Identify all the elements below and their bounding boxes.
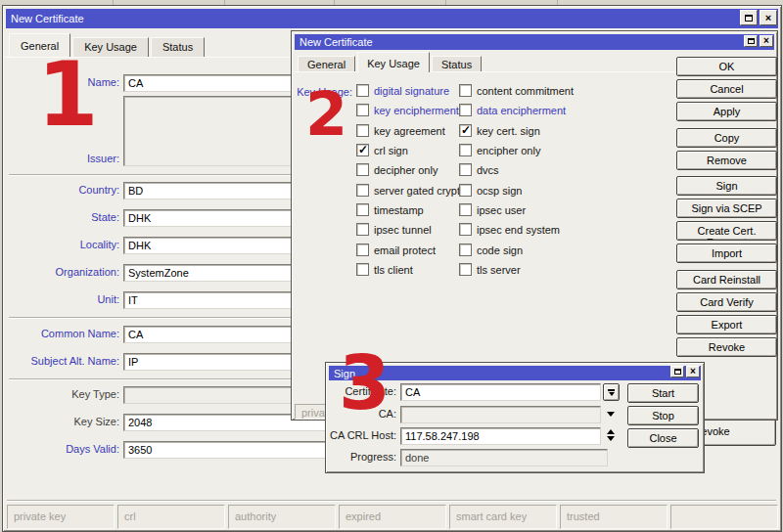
- remove-button[interactable]: Remove: [676, 151, 777, 170]
- import-button[interactable]: Import: [676, 244, 777, 263]
- checkbox-content-commitment[interactable]: [459, 84, 472, 97]
- unit-label: Unit:: [7, 293, 119, 305]
- status-smart-card-key: smart card key: [449, 505, 557, 529]
- tab-key-usage[interactable]: Key Usage: [357, 52, 430, 72]
- checkbox-timestamp[interactable]: [356, 203, 369, 216]
- close-action-button[interactable]: Close: [627, 428, 699, 448]
- checkbox-label: ipsec user: [477, 204, 526, 216]
- tab-general[interactable]: General: [298, 56, 355, 72]
- checkbox-ipsec-tunnel[interactable]: [356, 223, 369, 236]
- ca-crl-host-field[interactable]: 117.58.247.198: [400, 427, 601, 445]
- checkbox-server-gated-crypto[interactable]: [356, 184, 369, 197]
- tab-status[interactable]: Status: [151, 37, 205, 57]
- checkbox-label: email protect: [374, 244, 436, 256]
- checkbox-label: tls server: [477, 264, 521, 276]
- state-label: State:: [7, 211, 119, 223]
- checkbox-label: key encipherment: [374, 105, 459, 116]
- checkbox-key-cert-sign[interactable]: [459, 124, 472, 137]
- tab-bar: General Key Usage Status: [298, 52, 484, 72]
- progress-label: Progress:: [326, 451, 396, 463]
- common-name-label: Common Name:: [7, 328, 119, 339]
- maximize-icon: [748, 38, 755, 44]
- annotation-step-2: 2: [305, 84, 347, 145]
- checkbox-dvcs[interactable]: [459, 163, 472, 176]
- close-button[interactable]: ×: [760, 35, 773, 47]
- cancel-button[interactable]: Cancel: [676, 79, 777, 99]
- checkbox-code-sign[interactable]: [459, 244, 472, 256]
- checkbox-decipher-only[interactable]: [356, 163, 369, 176]
- ok-button[interactable]: OK: [676, 57, 777, 76]
- certificate-field[interactable]: CA: [400, 383, 601, 401]
- close-button[interactable]: ×: [686, 366, 700, 377]
- annotation-step-1: 1: [37, 51, 99, 139]
- checkbox-ipsec-end-system[interactable]: [459, 223, 472, 236]
- certificate-dropdown-button[interactable]: [603, 383, 620, 401]
- card-reinstall-button[interactable]: Card Reinstall: [676, 270, 777, 289]
- dropdown-icon[interactable]: [607, 412, 615, 417]
- checkbox-key-encipherment[interactable]: [356, 104, 369, 116]
- dropdown-load-icon: [608, 389, 615, 391]
- card-verify-button[interactable]: Card Verify: [676, 292, 777, 312]
- export-button[interactable]: Export: [676, 315, 777, 334]
- checkbox-label: server gated crypto: [374, 185, 466, 197]
- checkbox-label: ipsec tunnel: [374, 224, 432, 236]
- maximize-button[interactable]: [740, 10, 758, 25]
- checkbox-ipsec-user[interactable]: [459, 203, 472, 216]
- close-icon: ×: [763, 36, 769, 46]
- maximize-button[interactable]: [744, 35, 758, 47]
- checkbox-key-agreement[interactable]: [356, 124, 369, 137]
- apply-button[interactable]: Apply: [676, 102, 777, 121]
- key-size-label: Key Size:: [7, 416, 119, 427]
- tab-status[interactable]: Status: [432, 56, 482, 72]
- maximize-button[interactable]: [670, 366, 684, 377]
- status-expired: expired: [339, 505, 446, 529]
- key-type-label: Key Type:: [7, 388, 119, 400]
- stop-button[interactable]: Stop: [627, 406, 699, 425]
- checkbox-data-encipherment[interactable]: [459, 104, 472, 116]
- status-crl: crl: [117, 505, 225, 529]
- window-title: New Certificate: [299, 36, 373, 48]
- checkbox-tls-client[interactable]: [356, 263, 369, 276]
- annotation-step-3: 3: [339, 346, 391, 421]
- status-empty: [670, 505, 778, 529]
- checkbox-label: timestamp: [374, 204, 424, 216]
- checkbox-crl-sign[interactable]: [356, 144, 369, 156]
- status-private-key: private key: [7, 505, 115, 529]
- maximize-icon: [745, 15, 753, 22]
- checkbox-ocsp-sign[interactable]: [459, 184, 472, 197]
- checkbox-label: code sign: [477, 244, 523, 256]
- checkbox-label: key cert. sign: [477, 125, 540, 137]
- sign-via-scep-button[interactable]: Sign via SCEP: [676, 199, 777, 218]
- checkbox-label: decipher only: [374, 164, 438, 176]
- checkbox-tls-server[interactable]: [459, 263, 472, 276]
- start-button[interactable]: Start: [627, 383, 699, 403]
- locality-label: Locality:: [7, 239, 119, 250]
- checkbox-digital-signature[interactable]: [356, 84, 369, 97]
- window-titlebar[interactable]: New Certificate: [295, 34, 774, 50]
- checkbox-email-protect[interactable]: [356, 244, 369, 256]
- checkbox-label: dvcs: [477, 164, 499, 176]
- status-authority: authority: [228, 505, 336, 529]
- checkbox-encipher-only[interactable]: [459, 144, 472, 156]
- subject-alt-name-label: Subject Alt. Name:: [7, 355, 119, 367]
- close-button[interactable]: ×: [760, 10, 777, 25]
- checkbox-label: ipsec end system: [477, 224, 560, 236]
- separator: [7, 500, 776, 502]
- checkbox-label: key agreement: [374, 125, 445, 137]
- country-label: Country:: [7, 184, 119, 196]
- sign-button[interactable]: Sign: [676, 176, 777, 196]
- ca-crl-host-label: CA CRL Host:: [326, 429, 396, 441]
- spinner-icon[interactable]: [607, 429, 615, 441]
- checkbox-label: ocsp sign: [477, 185, 522, 197]
- close-icon: ×: [690, 367, 696, 377]
- copy-button[interactable]: Copy: [676, 128, 777, 148]
- checkbox-label: data encipherment: [477, 105, 566, 116]
- checkbox-label: encipher only: [477, 145, 540, 156]
- desktop: New Certificate × General Key Usage Stat…: [0, 0, 783, 532]
- close-icon: ×: [765, 13, 771, 23]
- create-cert-request-button[interactable]: Create Cert. Request: [676, 221, 777, 241]
- window-titlebar[interactable]: New Certificate: [6, 9, 778, 28]
- revoke-button[interactable]: Revoke: [676, 337, 777, 357]
- checkbox-label: tls client: [374, 264, 413, 276]
- checkbox-label: digital signature: [374, 85, 449, 97]
